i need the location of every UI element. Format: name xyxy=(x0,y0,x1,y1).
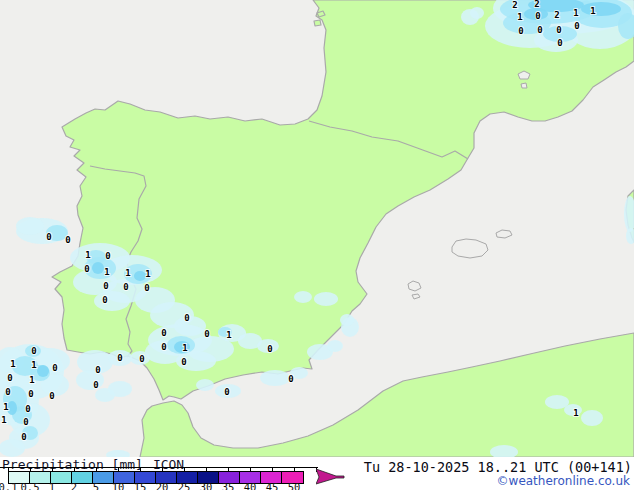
lagoon-south-france-2 xyxy=(521,83,527,88)
precip-value-label: 0 xyxy=(84,264,89,274)
precip-value-label: 0 xyxy=(105,251,110,261)
model-name: ICON xyxy=(153,457,184,472)
precip-value-label: 2 xyxy=(554,10,559,20)
precip-value-label: 1 xyxy=(573,8,578,18)
precip-value-label: 0 xyxy=(144,283,149,293)
precip-value-label: 0 xyxy=(161,342,166,352)
precip-value-label: 1 xyxy=(125,268,130,278)
legend-topline xyxy=(0,467,318,468)
precip-value-label: 0 xyxy=(267,344,272,354)
precip-value-label: 0 xyxy=(103,281,108,291)
precip-value-label: 0 xyxy=(23,417,28,427)
precip-value-label: 0 xyxy=(224,387,229,397)
precip-value-label: 0 xyxy=(25,404,30,414)
precip-value-label: 0 xyxy=(535,11,540,21)
precip-value-label: 1 xyxy=(590,6,595,16)
precip-value-label: 1 xyxy=(31,360,36,370)
precip-value-label: 0 xyxy=(49,391,54,401)
legend-overflow-arrow xyxy=(316,469,346,485)
legend-bar-area: Precipitation [mm]ICON 0.10.512510152025… xyxy=(0,457,634,490)
precip-value-label: 0 xyxy=(139,354,144,364)
island-french-coast-2 xyxy=(314,20,321,26)
precip-value-label: 1 xyxy=(10,359,15,369)
precip-value-label: 2 xyxy=(534,0,539,9)
precip-value-label: 0 xyxy=(123,282,128,292)
precip-value-label: 0 xyxy=(7,373,12,383)
precip-value-label: 0 xyxy=(95,365,100,375)
island-ibiza xyxy=(408,281,421,291)
precip-value-label: 1 xyxy=(182,343,187,353)
precip-value-label: 1 xyxy=(3,402,8,412)
precip-value-label: 1 xyxy=(226,330,231,340)
precip-value-label: 0 xyxy=(93,380,98,390)
precip-value-label: 0 xyxy=(574,21,579,31)
precipitation-map: 2210211000000010011100000110010001010000… xyxy=(0,0,634,457)
forecast-datetime: Tu 28-10-2025 18..21 UTC (00+141) xyxy=(364,459,632,475)
precip-value-label: 0 xyxy=(518,26,523,36)
precip-value-label: 0 xyxy=(102,295,107,305)
copyright-link[interactable]: ©weatheronline.co.uk xyxy=(497,474,630,488)
precip-value-label: 0 xyxy=(161,328,166,338)
precip-value-label: 0 xyxy=(65,235,70,245)
precip-value-label: 1 xyxy=(517,12,522,22)
precip-value-label: 0 xyxy=(5,387,10,397)
precip-value-label: 0 xyxy=(556,25,561,35)
precip-value-label: 0 xyxy=(21,432,26,442)
precip-value-label: 0 xyxy=(28,389,33,399)
legend-tick-label: 50 xyxy=(281,481,307,490)
precip-value-label: 1 xyxy=(573,408,578,418)
precip-value-label: 0 xyxy=(204,329,209,339)
precip-value-label: 0 xyxy=(288,374,293,384)
precip-value-label: 0 xyxy=(557,38,562,48)
precip-value-label: 2 xyxy=(512,0,517,10)
precip-value-label: 0 xyxy=(184,313,189,323)
precip-value-label: 1 xyxy=(1,415,6,425)
precip-value-label: 0 xyxy=(117,353,122,363)
precip-value-label: 1 xyxy=(145,269,150,279)
precip-value-label: 0 xyxy=(46,232,51,242)
precip-value-label: 0 xyxy=(537,25,542,35)
legend-units: [mm] xyxy=(112,457,143,472)
precip-value-label: 1 xyxy=(104,267,109,277)
precip-value-label: 1 xyxy=(29,375,34,385)
precip-value-label: 0 xyxy=(52,363,57,373)
precip-value-label: 0 xyxy=(31,346,36,356)
precip-value-label: 0 xyxy=(181,357,186,367)
weather-map-screenshot: 2210211000000010011100000110010001010000… xyxy=(0,0,634,490)
precip-value-label: 1 xyxy=(85,250,90,260)
